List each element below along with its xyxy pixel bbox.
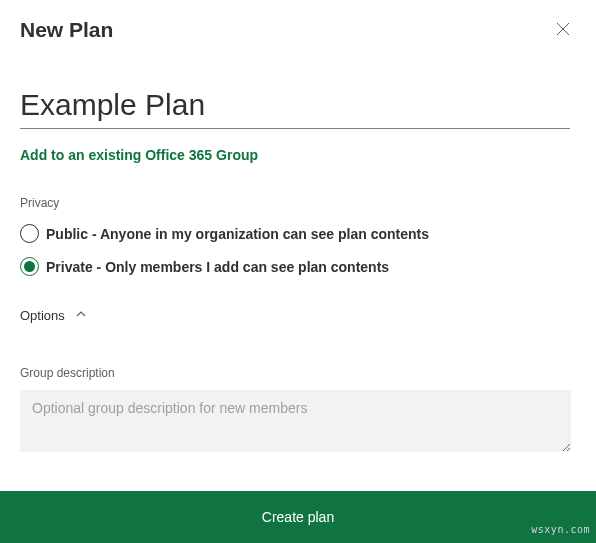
- privacy-radio-group: Public - Anyone in my organization can s…: [20, 224, 576, 276]
- radio-inner-dot: [24, 261, 35, 272]
- radio-icon-selected: [20, 257, 39, 276]
- watermark: wsxyn.com: [531, 524, 590, 535]
- panel-footer: Create plan: [0, 491, 596, 543]
- add-existing-group-link[interactable]: Add to an existing Office 365 Group: [20, 147, 258, 163]
- create-plan-button[interactable]: Create plan: [0, 491, 596, 543]
- privacy-option-public[interactable]: Public - Anyone in my organization can s…: [20, 224, 576, 243]
- privacy-label: Privacy: [20, 196, 576, 210]
- group-description-label: Group description: [20, 366, 576, 380]
- radio-icon: [20, 224, 39, 243]
- radio-label-private: Private - Only members I add can see pla…: [46, 259, 389, 275]
- close-button[interactable]: [554, 20, 572, 41]
- panel-header: New Plan: [20, 18, 576, 42]
- plan-name-input[interactable]: [20, 84, 570, 129]
- privacy-option-private[interactable]: Private - Only members I add can see pla…: [20, 257, 576, 276]
- radio-label-public: Public - Anyone in my organization can s…: [46, 226, 429, 242]
- close-icon: [556, 24, 570, 39]
- options-toggle-label: Options: [20, 308, 65, 323]
- new-plan-panel: New Plan Add to an existing Office 365 G…: [0, 0, 596, 490]
- group-description-textarea[interactable]: [20, 390, 571, 452]
- panel-title: New Plan: [20, 18, 113, 42]
- options-toggle[interactable]: Options: [20, 308, 87, 323]
- chevron-up-icon: [75, 308, 87, 323]
